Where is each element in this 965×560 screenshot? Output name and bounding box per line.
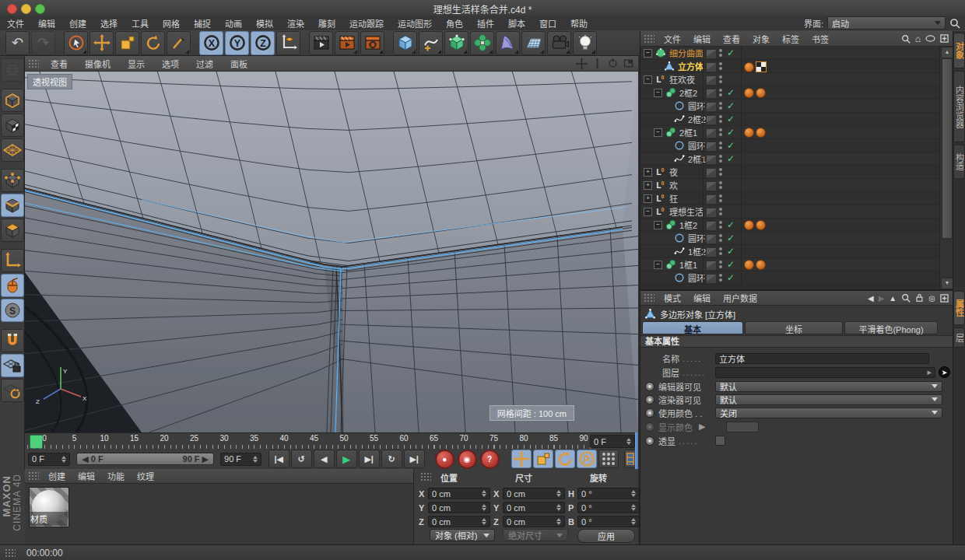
visibility-dots[interactable] <box>719 274 722 282</box>
menu-item[interactable]: 书签 <box>805 31 835 47</box>
expand-toggle[interactable]: − <box>654 221 662 229</box>
enable-check-icon[interactable]: ✓ <box>727 114 735 124</box>
layer-chip[interactable] <box>706 142 717 152</box>
lock-icon[interactable] <box>915 293 924 303</box>
menu-item[interactable]: 脚本 <box>501 16 532 31</box>
menu-item[interactable]: 编辑 <box>72 468 101 484</box>
layer-chip[interactable] <box>706 75 717 86</box>
viewport-solo-icon[interactable] <box>1 274 24 297</box>
layer-chip[interactable] <box>706 221 717 231</box>
attribute-tab[interactable]: 坐标 <box>745 321 843 334</box>
visibility-dots[interactable] <box>719 142 722 149</box>
add-environment-icon[interactable] <box>521 31 546 55</box>
menu-item[interactable]: 文件 <box>0 16 31 31</box>
filter-icon[interactable] <box>925 35 935 42</box>
visibility-dots[interactable] <box>719 102 722 110</box>
attribute-tab[interactable]: 基本 <box>642 321 743 334</box>
sweep-object-icon[interactable] <box>665 259 676 271</box>
y-axis-lock-icon[interactable]: Y <box>225 31 249 55</box>
null-object-icon[interactable]: L0 <box>654 193 666 205</box>
enable-check-icon[interactable]: ✓ <box>727 259 735 270</box>
menu-item[interactable]: 查看 <box>717 31 746 47</box>
tree-row[interactable]: 立方体 <box>640 60 939 73</box>
stepper-icon[interactable] <box>482 504 486 511</box>
visibility-dots[interactable] <box>719 261 722 268</box>
menu-item[interactable]: 动画 <box>218 16 249 31</box>
tree-row[interactable]: −1框2✓ <box>640 219 939 232</box>
enable-check-icon[interactable]: ✓ <box>727 87 735 98</box>
history-forward-icon[interactable]: ▶ <box>879 294 885 303</box>
selection-tag-icon[interactable] <box>744 128 754 138</box>
menu-item[interactable]: 标签 <box>776 31 805 47</box>
visibility-dots[interactable] <box>719 181 722 189</box>
tree-row[interactable]: 2框1✓ <box>640 152 939 166</box>
layer-field[interactable]: ▸ <box>715 367 935 378</box>
selection-tag-icon[interactable] <box>756 128 766 138</box>
record-keyframe-button[interactable]: ● <box>435 450 454 469</box>
circle-object-icon[interactable] <box>673 140 685 152</box>
expand-toggle[interactable]: + <box>644 194 652 203</box>
timeline-splitter[interactable] <box>635 432 638 469</box>
dolly-view-icon[interactable] <box>591 58 604 69</box>
xray-checkbox[interactable] <box>715 436 725 446</box>
model-mode-icon[interactable] <box>1 89 24 112</box>
sweep-object-icon[interactable] <box>665 87 676 99</box>
tree-row[interactable]: −L0理想生活 <box>640 205 939 219</box>
tree-row[interactable]: 圆环✓ <box>640 139 939 152</box>
selection-tag-icon[interactable] <box>744 88 754 98</box>
stepper-icon[interactable] <box>482 490 486 497</box>
tree-row[interactable]: +L0夜 <box>640 166 939 179</box>
stepper-icon[interactable] <box>556 490 561 497</box>
rotation-b-field[interactable]: 0 ° <box>577 516 640 527</box>
menu-item[interactable]: 渲染 <box>280 16 311 31</box>
expand-toggle[interactable]: − <box>654 128 662 137</box>
next-key-button[interactable]: ↻ <box>381 450 402 468</box>
tree-row[interactable]: +L0狂 <box>640 192 939 205</box>
menu-item[interactable]: 运动跟踪 <box>342 16 391 31</box>
expand-toggle[interactable]: − <box>644 208 652 216</box>
object-label[interactable]: 细分曲面 <box>669 47 704 59</box>
menu-item[interactable]: 模拟 <box>249 16 280 31</box>
timeline-range-slider[interactable]: ◀ 0 F 90 F ▶ <box>76 453 214 465</box>
circle-object-icon[interactable] <box>673 272 685 284</box>
edges-mode-icon[interactable] <box>1 194 24 217</box>
scroll-up-icon[interactable]: ▲ <box>941 47 953 58</box>
stepper-icon[interactable] <box>631 504 636 511</box>
spline-object-icon[interactable] <box>673 246 685 257</box>
stepper-icon[interactable] <box>631 518 636 525</box>
size-x-field[interactable]: 0 cm <box>503 488 565 499</box>
layer-chip[interactable] <box>706 115 717 125</box>
rotate-icon[interactable] <box>141 31 165 55</box>
object-label[interactable]: 狂 <box>669 192 678 205</box>
polygons-mode-icon[interactable] <box>1 219 24 242</box>
menu-item[interactable]: 查看 <box>42 56 76 72</box>
tree-row[interactable]: +L0欢 <box>640 179 939 192</box>
rotation-h-field[interactable]: 0 ° <box>577 488 640 499</box>
chevron-right-icon[interactable]: ▶ <box>699 422 705 432</box>
stepper-icon[interactable] <box>556 518 561 525</box>
expand-toggle[interactable]: − <box>654 89 662 97</box>
position-z-field[interactable]: 0 cm <box>428 516 490 527</box>
menu-item[interactable]: 编辑 <box>687 290 717 306</box>
add-cube-icon[interactable] <box>393 31 417 55</box>
material-thumbnail[interactable]: 材质 <box>29 487 68 535</box>
history-back-icon[interactable]: ◀ <box>868 294 874 303</box>
coordinate-system-icon[interactable] <box>276 31 300 55</box>
radio-icon[interactable] <box>645 382 654 391</box>
goto-start-button[interactable]: |◀ <box>268 450 290 468</box>
object-label[interactable]: 立方体 <box>678 60 704 72</box>
attribute-dropdown[interactable]: 默认 <box>715 381 942 392</box>
menu-item[interactable]: 工具 <box>125 16 156 31</box>
visibility-dots[interactable] <box>719 75 722 83</box>
visibility-dots[interactable] <box>719 115 722 123</box>
menu-item[interactable]: 纹理 <box>131 468 160 484</box>
sweep-object-icon[interactable] <box>665 219 676 231</box>
radio-icon[interactable] <box>645 408 654 418</box>
menu-item[interactable]: 角色 <box>439 16 470 31</box>
stepper-icon[interactable] <box>626 438 631 445</box>
tree-row[interactable]: −2框1✓ <box>640 126 939 139</box>
expand-toggle[interactable]: + <box>644 168 652 177</box>
menu-item[interactable]: 显示 <box>119 56 153 72</box>
menu-item[interactable]: 选择 <box>93 16 125 31</box>
scroll-down-icon[interactable]: ▼ <box>941 278 953 289</box>
